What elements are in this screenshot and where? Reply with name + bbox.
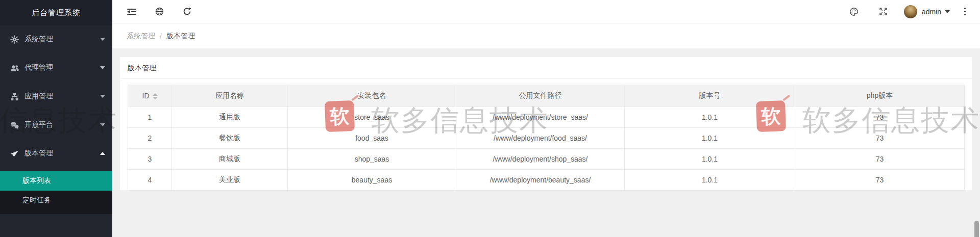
table-cell: 美业版	[172, 170, 288, 191]
fullscreen-icon[interactable]	[878, 7, 889, 17]
topbar: admin	[112, 0, 980, 23]
table-wrapper: ID应用名称安装包名公用文件路径版本号php版本 1通用版store_saas/…	[128, 85, 964, 191]
refresh-icon[interactable]	[182, 7, 192, 17]
table-cell: 1.0.1	[625, 170, 795, 191]
more-vertical-icon[interactable]	[963, 7, 967, 16]
card-title: 版本管理	[120, 57, 972, 79]
table-cell: /www/deployment/beauty_saas/	[456, 170, 625, 191]
table-cell: 1.0.1	[625, 107, 795, 128]
table-row: 1通用版store_saas/www/deployment/store_saas…	[128, 107, 965, 128]
table-cell: shop_saas	[288, 149, 456, 170]
chevron-up-icon	[100, 152, 105, 155]
column-header-安装包名: 安装包名	[288, 85, 456, 107]
table-cell: /www/deployment/store_saas/	[456, 107, 625, 128]
app-title: 后台管理系统	[0, 0, 112, 25]
chevron-down-icon	[100, 38, 105, 41]
column-header-版本号: 版本号	[625, 85, 795, 107]
table-cell: 1.0.1	[625, 128, 795, 149]
sidebar-item-label: 代理管理	[24, 63, 53, 72]
breadcrumb-separator: /	[160, 32, 162, 40]
sitemap-icon	[10, 92, 19, 101]
sort-icon[interactable]	[153, 93, 158, 99]
submenu-item-定时任务[interactable]: 定时任务	[0, 191, 112, 210]
table-cell: 73	[795, 170, 965, 191]
submenu-item-版本列表[interactable]: 版本列表	[0, 171, 112, 191]
paper-plane-icon	[10, 149, 19, 158]
breadcrumb-parent[interactable]: 系统管理	[127, 32, 155, 41]
breadcrumb: 系统管理 / 版本管理	[112, 23, 980, 48]
version-table: ID应用名称安装包名公用文件路径版本号php版本 1通用版store_saas/…	[128, 85, 965, 191]
table-cell: 4	[128, 170, 172, 191]
outdent-icon[interactable]	[127, 7, 137, 17]
users-icon	[10, 64, 19, 72]
sidebar-item-label: 开放平台	[24, 120, 53, 129]
column-header-应用名称: 应用名称	[172, 85, 288, 107]
version-card: 版本管理 ID应用名称安装包名公用文件路径版本号php版本 1通用版store_…	[120, 57, 972, 190]
table-cell: 3	[128, 149, 172, 170]
gear-icon	[10, 35, 19, 44]
column-header-ID[interactable]: ID	[128, 85, 172, 107]
table-cell: 73	[795, 107, 965, 128]
topbar-right: admin	[849, 5, 980, 18]
sidebar: 后台管理系统 系统管理代理管理应用管理开放平台版本管理版本列表定时任务	[0, 0, 112, 237]
content-area: 版本管理 ID应用名称安装包名公用文件路径版本号php版本 1通用版store_…	[112, 48, 980, 237]
column-header-公用文件路径: 公用文件路径	[456, 85, 625, 107]
chevron-down-icon	[100, 95, 105, 98]
sidebar-nav: 系统管理代理管理应用管理开放平台版本管理版本列表定时任务	[0, 25, 112, 214]
sidebar-item-label: 系统管理	[24, 35, 53, 44]
wechat-icon	[10, 121, 19, 129]
table-cell: store_saas	[288, 107, 456, 128]
sidebar-item-应用管理[interactable]: 应用管理	[0, 85, 112, 108]
table-cell: 商城版	[172, 149, 288, 170]
submenu: 版本列表定时任务	[0, 171, 112, 214]
chevron-down-icon	[945, 10, 950, 13]
sidebar-item-label: 应用管理	[24, 92, 53, 101]
table-cell: 1.0.1	[625, 149, 795, 170]
table-cell: /www/deployment/shop_saas/	[456, 149, 625, 170]
sidebar-item-系统管理[interactable]: 系统管理	[0, 28, 112, 51]
sidebar-item-开放平台[interactable]: 开放平台	[0, 113, 112, 137]
table-cell: beauty_saas	[288, 170, 456, 191]
table-header-row: ID应用名称安装包名公用文件路径版本号php版本	[128, 85, 965, 107]
table-cell: 73	[795, 149, 965, 170]
table-row: 2餐饮版food_saas/www/deployment/food_saas/1…	[128, 128, 965, 149]
table-row: 4美业版beauty_saas/www/deployment/beauty_sa…	[128, 170, 965, 191]
avatar[interactable]	[904, 5, 917, 18]
vertical-scrollbar-thumb[interactable]	[974, 221, 979, 237]
sidebar-item-版本管理[interactable]: 版本管理	[0, 142, 112, 165]
column-header-php版本: php版本	[795, 85, 965, 107]
table-cell: 餐饮版	[172, 128, 288, 149]
sidebar-item-label: 版本管理	[24, 149, 53, 158]
table-cell: 73	[795, 128, 965, 149]
user-menu-label[interactable]: admin	[922, 8, 941, 16]
table-cell: 2	[128, 128, 172, 149]
table-cell: 通用版	[172, 107, 288, 128]
chevron-down-icon	[100, 123, 105, 126]
table-cell: 1	[128, 107, 172, 128]
app-window: 后台管理系统 系统管理代理管理应用管理开放平台版本管理版本列表定时任务	[0, 0, 980, 237]
topbar-left-icons	[112, 7, 192, 17]
table-cell: /www/deployment/food_saas/	[456, 128, 625, 149]
sidebar-item-代理管理[interactable]: 代理管理	[0, 56, 112, 80]
palette-icon[interactable]	[849, 7, 859, 17]
globe-icon[interactable]	[154, 7, 164, 17]
chevron-down-icon	[100, 66, 105, 69]
breadcrumb-current: 版本管理	[166, 32, 195, 41]
table-row: 3商城版shop_saas/www/deployment/shop_saas/1…	[128, 149, 965, 170]
table-cell: food_saas	[288, 128, 456, 149]
